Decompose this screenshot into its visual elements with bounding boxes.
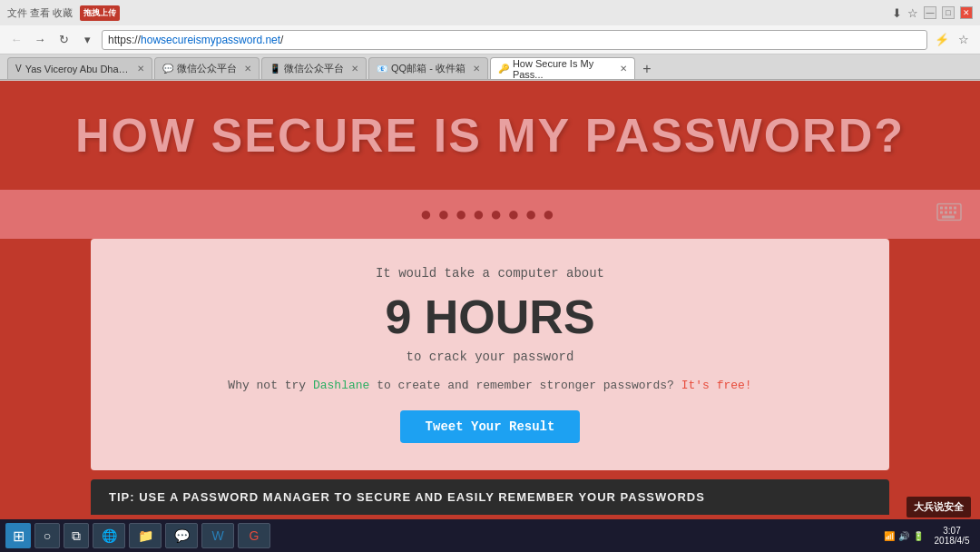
tab-close-0[interactable]: ✕ bbox=[137, 64, 144, 74]
tab-label-0: Yas Viceroy Abu Dhab... bbox=[25, 64, 130, 74]
tab-wechat-2[interactable]: 📱 微信公众平台 ✕ bbox=[261, 57, 367, 79]
dashlane-promo: Why not try Dashlane to create and remem… bbox=[127, 379, 853, 392]
title-bar-text: 文件 查看 收藏 bbox=[7, 6, 73, 20]
tip-section: TIP: USE A PASSWORD MANAGER TO SECURE AN… bbox=[91, 479, 889, 515]
address-bar[interactable]: https://howsecureismypassword.net/ bbox=[102, 30, 927, 50]
search-icon: ○ bbox=[44, 528, 51, 543]
window-controls: ⬇ ☆ — □ ✕ bbox=[892, 6, 973, 20]
tab-close-3[interactable]: ✕ bbox=[473, 64, 480, 74]
svg-rect-1 bbox=[940, 207, 943, 210]
clock-time: 3:07 bbox=[929, 526, 975, 536]
start-button[interactable]: ⊞ bbox=[5, 523, 31, 548]
promo-prefix: Why not try bbox=[228, 379, 313, 392]
star-icon[interactable]: ☆ bbox=[907, 6, 918, 20]
svg-rect-2 bbox=[945, 207, 947, 210]
history-button[interactable]: ▾ bbox=[78, 31, 96, 49]
battery-icon: 🔋 bbox=[913, 531, 924, 541]
site-title: HOW SECURE IS MY PASSWORD? bbox=[18, 108, 962, 163]
lightning-icon: ⚡ bbox=[933, 31, 951, 49]
nav-bar: ← → ↻ ▾ https://howsecureismypassword.ne… bbox=[0, 25, 980, 54]
tab-label-2: 微信公众平台 bbox=[284, 62, 344, 75]
taskbar-files[interactable]: 📁 bbox=[129, 523, 162, 548]
taskview-icon: ⧉ bbox=[72, 528, 81, 544]
forward-button[interactable]: → bbox=[31, 31, 49, 49]
tab-yas-viceroy[interactable]: V Yas Viceroy Abu Dhab... ✕ bbox=[7, 57, 152, 79]
taskbar: ⊞ ○ ⧉ 🌐 📁 💬 W G 📶 🔊 🔋 3:07 2018/4/5 bbox=[0, 519, 980, 552]
windows-icon: ⊞ bbox=[13, 527, 24, 545]
url-prefix: https:// bbox=[108, 34, 141, 46]
back-button[interactable]: ← bbox=[7, 31, 25, 49]
tab-icon-4: 🔑 bbox=[498, 64, 509, 74]
maximize-button[interactable]: □ bbox=[942, 6, 955, 19]
dashlane-link[interactable]: Dashlane bbox=[313, 379, 369, 392]
password-dots-display: ●●●●●●●● bbox=[420, 202, 560, 226]
title-bar-left: 文件 查看 收藏 拖拽上传 bbox=[7, 5, 120, 21]
tabs-bar: V Yas Viceroy Abu Dhab... ✕ 💬 微信公众平台 ✕ 📱… bbox=[0, 54, 980, 80]
tab-wechat-1[interactable]: 💬 微信公众平台 ✕ bbox=[154, 57, 260, 79]
tip-title: TIP: USE A PASSWORD MANAGER TO SECURE AN… bbox=[109, 490, 871, 504]
star-nav-icon[interactable]: ☆ bbox=[955, 31, 973, 49]
svg-rect-5 bbox=[940, 212, 943, 214]
tab-qq-mail[interactable]: 📧 QQ邮箱 - 收件箱 ✕ bbox=[368, 57, 488, 79]
refresh-button[interactable]: ↻ bbox=[54, 31, 73, 49]
result-section: It would take a computer about 9 HOURS t… bbox=[91, 239, 889, 470]
promo-middle: to create and remember stronger password… bbox=[369, 379, 681, 392]
tab-label-3: QQ邮箱 - 收件箱 bbox=[391, 62, 466, 75]
tab-label-4: How Secure Is My Pass... bbox=[513, 58, 612, 80]
extension-icon[interactable]: 拖拽上传 bbox=[80, 5, 120, 21]
tab-close-4[interactable]: ✕ bbox=[620, 64, 627, 74]
system-tray: 📶 🔊 🔋 bbox=[884, 531, 924, 541]
taskbar-word[interactable]: W bbox=[201, 523, 234, 548]
close-button[interactable]: ✕ bbox=[960, 6, 973, 19]
taskbar-taskview[interactable]: ⧉ bbox=[64, 523, 89, 548]
download-icon[interactable]: ⬇ bbox=[892, 6, 902, 20]
svg-rect-8 bbox=[954, 212, 956, 214]
password-section: ●●●●●●●● bbox=[0, 190, 980, 239]
svg-rect-9 bbox=[942, 216, 955, 219]
svg-rect-7 bbox=[949, 212, 952, 214]
svg-rect-6 bbox=[945, 212, 947, 214]
tab-close-1[interactable]: ✕ bbox=[244, 64, 251, 74]
url-domain: howsecureismypassword.net bbox=[141, 34, 280, 46]
tab-icon-2: 📱 bbox=[270, 64, 280, 74]
tab-close-2[interactable]: ✕ bbox=[351, 64, 358, 74]
result-suffix-text: to crack your password bbox=[127, 350, 853, 364]
watermark: 大兵说安全 bbox=[905, 495, 973, 519]
tab-icon-3: 📧 bbox=[377, 64, 387, 74]
taskbar-ie[interactable]: 🌐 bbox=[93, 523, 125, 548]
tab-label-1: 微信公众平台 bbox=[177, 62, 237, 75]
site-header: HOW SECURE IS MY PASSWORD? bbox=[0, 81, 980, 190]
result-intro-text: It would take a computer about bbox=[127, 266, 853, 281]
tweet-button[interactable]: Tweet Your Result bbox=[400, 410, 581, 443]
wifi-icon: 📶 bbox=[884, 531, 895, 541]
url-suffix: / bbox=[280, 34, 283, 46]
keyboard-icon[interactable] bbox=[936, 203, 962, 226]
tab-icon-0: V bbox=[15, 64, 22, 74]
taskbar-right: 📶 🔊 🔋 3:07 2018/4/5 bbox=[884, 526, 975, 546]
nav-right-icons: ⚡ ☆ bbox=[933, 31, 973, 49]
result-time: 9 HOURS bbox=[127, 290, 853, 344]
minimize-button[interactable]: — bbox=[924, 6, 936, 19]
tab-howsecure[interactable]: 🔑 How Secure Is My Pass... ✕ bbox=[490, 57, 635, 79]
volume-icon: 🔊 bbox=[898, 531, 909, 541]
svg-rect-4 bbox=[954, 207, 956, 210]
free-link[interactable]: It's free! bbox=[681, 379, 752, 392]
taskbar-search[interactable]: ○ bbox=[34, 523, 60, 548]
system-clock[interactable]: 3:07 2018/4/5 bbox=[929, 526, 975, 546]
new-tab-button[interactable]: + bbox=[637, 59, 657, 79]
clock-date: 2018/4/5 bbox=[929, 536, 975, 546]
taskbar-guard[interactable]: G bbox=[238, 523, 270, 548]
svg-rect-3 bbox=[949, 207, 952, 210]
tab-icon-1: 💬 bbox=[162, 64, 173, 74]
taskbar-wechat[interactable]: 💬 bbox=[165, 523, 198, 548]
